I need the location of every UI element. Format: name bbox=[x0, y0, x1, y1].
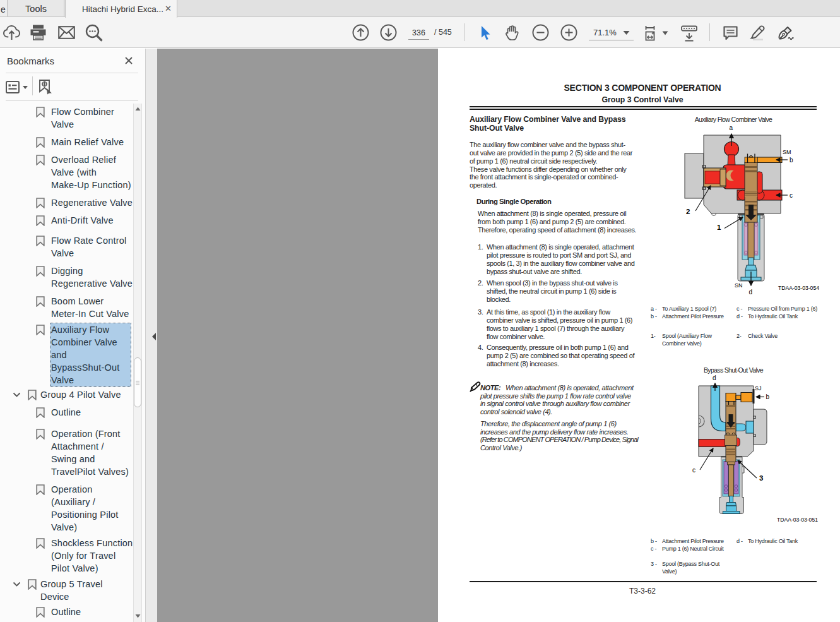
svg-text:TDAA-03-03-051: TDAA-03-03-051 bbox=[777, 517, 818, 523]
svg-text:d: d bbox=[749, 289, 753, 296]
svg-text:3: 3 bbox=[759, 474, 763, 482]
svg-text:SM: SM bbox=[783, 149, 791, 155]
svg-text:b: b bbox=[766, 393, 770, 400]
svg-text:SN: SN bbox=[735, 282, 743, 289]
svg-text:1: 1 bbox=[717, 224, 721, 231]
svg-text:2: 2 bbox=[686, 208, 690, 215]
svg-text:b: b bbox=[790, 157, 793, 164]
svg-text:a: a bbox=[730, 124, 733, 131]
svg-text:SJ: SJ bbox=[755, 385, 762, 392]
svg-text:d: d bbox=[713, 374, 716, 381]
svg-text:TDAA-03-03-054: TDAA-03-03-054 bbox=[778, 285, 819, 291]
svg-text:c: c bbox=[692, 467, 695, 474]
svg-text:c: c bbox=[790, 192, 793, 199]
